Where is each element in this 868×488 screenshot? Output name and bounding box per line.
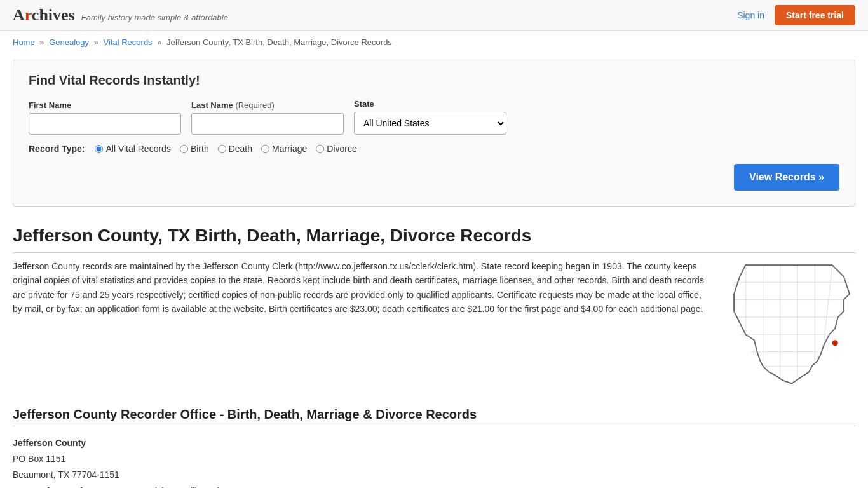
last-name-input[interactable]	[191, 113, 344, 135]
state-label: State	[354, 99, 506, 109]
description-paragraph: Jefferson County records are maintained …	[13, 259, 709, 316]
search-title: Find Vital Records Instantly!	[29, 73, 839, 88]
radio-death[interactable]: Death	[218, 144, 252, 154]
first-name-input[interactable]	[29, 113, 181, 135]
radio-death-input[interactable]	[218, 145, 226, 153]
radio-divorce-label: Divorce	[327, 144, 356, 154]
search-section: Find Vital Records Instantly! First Name…	[13, 60, 855, 207]
svg-point-14	[832, 340, 838, 346]
radio-all-input[interactable]	[95, 145, 103, 153]
first-name-label: First Name	[29, 100, 181, 110]
search-button-row: View Records »	[29, 164, 839, 191]
last-name-label: Last Name (Required)	[191, 100, 344, 110]
site-header: Archives Family history made simple & af…	[0, 0, 868, 31]
page-title: Jefferson County, TX Birth, Death, Marri…	[13, 226, 855, 253]
breadcrumb-current: Jefferson County, TX Birth, Death, Marri…	[166, 37, 392, 47]
breadcrumb-vital-records[interactable]: Vital Records	[104, 37, 153, 47]
radio-marriage[interactable]: Marriage	[261, 144, 307, 154]
radio-all-vital-records[interactable]: All Vital Records	[95, 144, 170, 154]
recorder-section-heading: Jefferson County Recorder Office - Birth…	[13, 407, 855, 426]
radio-marriage-label: Marriage	[272, 144, 307, 154]
state-field-group: State All United States Alabama Alaska A…	[354, 99, 506, 135]
last-name-field-group: Last Name (Required)	[191, 100, 344, 135]
record-type-row: Record Type: All Vital Records Birth Dea…	[29, 144, 839, 154]
record-type-radio-group: All Vital Records Birth Death Marriage D…	[95, 144, 356, 154]
first-name-field-group: First Name	[29, 100, 181, 135]
radio-birth-input[interactable]	[180, 145, 188, 153]
record-type-label: Record Type:	[29, 144, 85, 154]
site-logo: Archives	[13, 6, 75, 25]
content-description: Jefferson County records are maintained …	[13, 259, 709, 388]
radio-all-label: All Vital Records	[105, 144, 170, 154]
header-actions: Sign in Start free trial	[737, 5, 855, 25]
breadcrumb-home[interactable]: Home	[13, 37, 35, 47]
site-tagline: Family history made simple & affordable	[81, 13, 228, 22]
office-hours-value: 8AM-4:30PM (phones till 5PM) CST	[99, 486, 241, 488]
state-select[interactable]: All United States Alabama Alaska Arizona…	[354, 112, 506, 135]
search-fields: First Name Last Name (Required) State Al…	[29, 99, 839, 135]
office-address1: PO Box 1151	[13, 451, 855, 467]
office-address2: Beaumont, TX 77704-1151	[13, 467, 855, 483]
radio-birth[interactable]: Birth	[180, 144, 209, 154]
office-info: Jefferson County PO Box 1151 Beaumont, T…	[13, 435, 855, 488]
office-hours: Hours of Operation: 8AM-4:30PM (phones t…	[13, 484, 855, 488]
view-records-button[interactable]: View Records »	[734, 164, 839, 191]
sign-in-link[interactable]: Sign in	[737, 10, 764, 20]
main-content: Jefferson County, TX Birth, Death, Marri…	[0, 219, 868, 488]
texas-map	[728, 259, 855, 388]
office-name: Jefferson County	[13, 435, 855, 451]
breadcrumb-sep-3: »	[157, 37, 161, 47]
breadcrumb-genealogy[interactable]: Genealogy	[49, 37, 89, 47]
office-hours-label: Hours of Operation:	[13, 486, 97, 488]
breadcrumb-sep-2: »	[94, 37, 98, 47]
breadcrumb-sep-1: »	[39, 37, 44, 47]
header-logo-area: Archives Family history made simple & af…	[13, 6, 228, 25]
content-body: Jefferson County records are maintained …	[13, 259, 855, 388]
start-trial-button[interactable]: Start free trial	[775, 5, 855, 25]
breadcrumb: Home » Genealogy » Vital Records » Jeffe…	[0, 31, 868, 53]
radio-death-label: Death	[229, 144, 252, 154]
radio-divorce-input[interactable]	[316, 145, 324, 153]
texas-map-svg	[728, 259, 855, 386]
radio-birth-label: Birth	[191, 144, 209, 154]
radio-marriage-input[interactable]	[261, 145, 269, 153]
radio-divorce[interactable]: Divorce	[316, 144, 356, 154]
